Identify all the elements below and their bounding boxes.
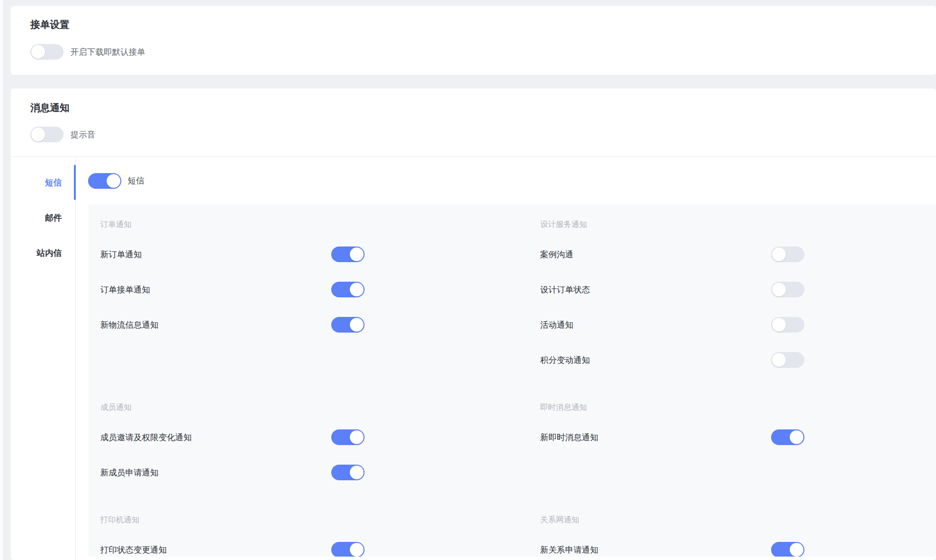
setting-row: 新物流信息通知 [100,307,365,342]
setting-toggle[interactable] [771,317,804,333]
group-instant-message-notifications: 即时消息通知 新即时消息通知 [540,402,804,490]
settings-page: 接单设置 开启下载即默认接单 消息通知 提示音 短信 邮件 站内信 [11,6,936,560]
setting-row: 新订单通知 [100,237,365,272]
setting-label: 成员邀请及权限变化通知 [100,432,192,443]
setting-label: 新物流信息通知 [100,319,159,331]
group-header: 成员通知 [100,402,365,413]
setting-toggle[interactable] [771,246,804,262]
setting-toggle[interactable] [771,542,804,557]
group-network-notifications: 关系网通知 新关系申请通知 [540,515,804,557]
group-header: 打印机通知 [100,515,365,525]
notification-band: 订单通知 新订单通知 订单接单通知 新物流信息通知 [100,219,936,378]
setting-row: 设计订单状态 [540,272,804,307]
setting-label: 设计订单状态 [540,284,590,295]
setting-label: 活动通知 [540,319,573,331]
left-page-rail [0,0,4,560]
setting-toggle[interactable] [331,465,365,480]
sms-master-toggle-label: 短信 [128,175,144,186]
setting-toggle[interactable] [331,246,365,262]
auto-accept-toggle-row: 开启下载即默认接单 [30,44,936,60]
setting-label: 新即时消息通知 [540,432,598,443]
setting-label: 案例沟通 [540,249,573,260]
group-header: 订单通知 [100,219,365,230]
setting-row: 活动通知 [540,307,804,342]
group-member-notifications: 成员通知 成员邀请及权限变化通知 新成员申请通知 [100,402,365,490]
notification-band: 打印机通知 打印状态变更通知 关系网通知 新关系申请通知 [100,515,936,557]
setting-row: 新成员申请通知 [100,455,365,490]
setting-row: 积分变动通知 [540,342,804,378]
notification-settings-panel: 订单通知 新订单通知 订单接单通知 新物流信息通知 [89,204,936,557]
notification-band: 成员通知 成员邀请及权限变化通知 新成员申请通知 即时消息通知 [100,402,936,490]
tab-content: 短信 订单通知 新订单通知 订单接单通知 [76,157,936,560]
setting-row: 成员邀请及权限变化通知 [100,420,365,455]
setting-row: 订单接单通知 [100,272,365,307]
setting-toggle[interactable] [331,542,365,557]
notification-card-header: 消息通知 提示音 [11,89,936,157]
setting-label: 积分变动通知 [540,355,590,366]
setting-row: 新即时消息通知 [540,420,804,455]
sms-master-toggle-row: 短信 [76,157,936,204]
setting-toggle[interactable] [771,282,804,297]
setting-toggle[interactable] [331,282,365,297]
setting-toggle[interactable] [331,429,365,445]
group-header: 设计服务通知 [540,219,804,230]
sound-toggle[interactable] [30,127,64,142]
auto-accept-toggle-label: 开启下载即默认接单 [70,46,145,58]
auto-accept-toggle[interactable] [30,44,64,60]
setting-label: 打印状态变更通知 [100,544,167,556]
tab-email[interactable]: 邮件 [11,200,75,235]
setting-row: 打印状态变更通知 [100,532,365,557]
setting-toggle[interactable] [771,429,804,445]
setting-row: 案例沟通 [540,237,804,272]
tab-sms[interactable]: 短信 [11,165,75,200]
sound-toggle-label: 提示音 [70,129,95,140]
group-printer-notifications: 打印机通知 打印状态变更通知 [100,515,365,557]
sound-toggle-row: 提示音 [30,127,936,142]
receive-settings-title: 接单设置 [30,19,936,30]
group-design-service-notifications: 设计服务通知 案例沟通 设计订单状态 活动通知 [540,219,804,378]
group-order-notifications: 订单通知 新订单通知 订单接单通知 新物流信息通知 [100,219,365,378]
receive-settings-card: 接单设置 开启下载即默认接单 [11,6,936,75]
setting-row: 新关系申请通知 [540,532,804,557]
setting-toggle[interactable] [771,352,804,368]
group-header: 即时消息通知 [540,402,804,413]
setting-label: 订单接单通知 [100,284,150,295]
message-notification-card: 消息通知 提示音 短信 邮件 站内信 短信 [11,89,936,560]
group-header: 关系网通知 [540,515,804,525]
setting-label: 新关系申请通知 [540,544,598,556]
channel-tabs: 短信 邮件 站内信 [11,157,76,560]
setting-label: 新成员申请通知 [100,467,159,478]
setting-toggle[interactable] [331,317,365,333]
notification-body: 短信 邮件 站内信 短信 订单通知 新订 [11,157,936,560]
tab-site-message[interactable]: 站内信 [11,235,75,270]
setting-label: 新订单通知 [100,249,142,260]
notification-card-title: 消息通知 [30,102,936,113]
sms-master-toggle[interactable] [88,173,121,189]
